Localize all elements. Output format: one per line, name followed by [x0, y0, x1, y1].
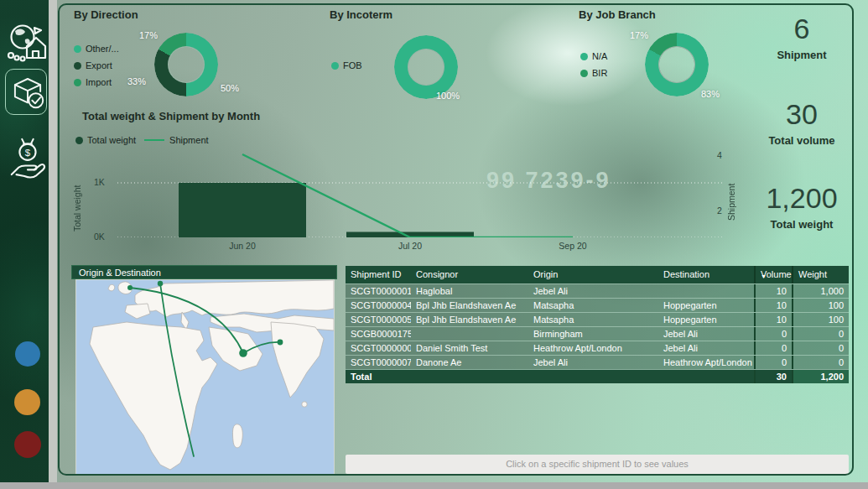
col-header-weight[interactable]: Weight: [792, 266, 849, 284]
orange-dot[interactable]: [14, 389, 40, 415]
legend-label: Export: [86, 60, 112, 70]
window-bottom-strip: [0, 482, 868, 489]
donut-hole: [408, 49, 444, 86]
legend-dot: [75, 137, 83, 144]
col-header-destination[interactable]: Destination: [658, 266, 754, 284]
sort-descending-icon: ▼: [761, 268, 767, 284]
table-total-row: Total 30 1,200: [346, 369, 849, 383]
direction-chart-title: By Direction: [74, 8, 138, 21]
col-header-consignor[interactable]: Consignor: [411, 266, 528, 284]
red-dot[interactable]: [14, 431, 41, 458]
table-row[interactable]: SCGB00001758BirminghamJebel Ali00: [346, 326, 849, 341]
table-cell: Danone Ae: [411, 356, 528, 369]
table-header: Shipment ID Consignor Origin Destination…: [346, 266, 849, 284]
table-cell: 100: [792, 313, 849, 326]
legend-item[interactable]: Total weight Shipment: [75, 132, 209, 148]
table-body: SCGT00000018HaglobalJebel Ali101,000SCGT…: [346, 284, 849, 369]
pct-callout: 83%: [701, 89, 720, 99]
table-cell: 0: [754, 356, 792, 369]
table-cell: 10: [754, 284, 792, 298]
table-cell: 10: [754, 299, 792, 312]
instruction-caption: Click on a specific shipment ID to see v…: [346, 455, 849, 474]
x-tick: Jun 20: [217, 241, 268, 251]
table-cell: 0: [754, 327, 792, 341]
legend-dot: [580, 53, 588, 60]
table-cell: [658, 284, 754, 298]
combo-plot-area[interactable]: [117, 151, 724, 237]
pct-callout: 33%: [127, 76, 146, 86]
globe-home-icon[interactable]: [7, 21, 49, 68]
table-cell: 0: [754, 341, 792, 355]
table-row[interactable]: SCGT00000041Bpl Jhb Elandshaven AeMatsap…: [346, 298, 849, 312]
table-cell: Matsapha: [528, 313, 658, 326]
legend-item[interactable]: BIR: [580, 65, 607, 81]
svg-text:$: $: [25, 148, 31, 158]
col-header-shipment-id[interactable]: Shipment ID: [346, 266, 411, 284]
legend-item[interactable]: Other/...: [74, 40, 119, 57]
y1-tick: 1K: [94, 177, 105, 187]
table-cell: 100: [792, 299, 849, 312]
x-tick: Jul 20: [385, 241, 435, 251]
direction-legend: Other/... Export Import: [74, 40, 119, 91]
shipment-table: Shipment ID Consignor Origin Destination…: [346, 266, 849, 383]
kpi-value: 30: [745, 99, 859, 129]
table-cell: SCGB00001758: [346, 327, 411, 341]
origin-destination-map[interactable]: [75, 279, 335, 475]
donut-hole: [658, 46, 695, 83]
legend-dot: [74, 45, 81, 53]
table-row[interactable]: SCGT00000054Bpl Jhb Elandshaven AeMatsap…: [346, 312, 849, 326]
report-canvas: 99 7239-9 By Direction Other/... Export …: [57, 0, 868, 482]
package-check-icon[interactable]: [8, 72, 48, 112]
kpi-label: Total volume: [745, 134, 859, 147]
money-hand-icon[interactable]: $: [7, 131, 47, 183]
pct-callout: 100%: [436, 91, 460, 101]
col-header-volume[interactable]: Volume▼: [754, 266, 792, 284]
total-weight: 1,200: [792, 370, 849, 383]
combo-legend: Total weight Shipment: [75, 132, 209, 148]
total-label: Total: [346, 370, 411, 383]
kpi-label: Total weight: [745, 218, 859, 231]
table-cell: SCGT00000054: [346, 313, 411, 326]
table-row[interactable]: SCGT00000071Danone AeJebel AliHeathrow A…: [346, 355, 849, 369]
table-cell: 10: [754, 313, 792, 326]
table-cell: Jebel Ali: [658, 327, 754, 341]
table-cell: Heathrow Apt/London: [658, 356, 754, 369]
y2-axis-title: Shipment: [726, 170, 736, 221]
jobbranch-donut[interactable]: [645, 33, 709, 96]
table-cell: 1,000: [792, 284, 849, 298]
table-cell: [411, 327, 528, 341]
table-row[interactable]: SCGT00000018HaglobalJebel Ali101,000: [346, 284, 849, 298]
legend-item[interactable]: Import: [74, 74, 119, 91]
kpi-label: Shipment: [745, 49, 859, 61]
y1-tick: 0K: [94, 231, 105, 242]
combo-chart-title: Total weight & Shipment by Month: [82, 110, 260, 122]
incoterm-donut[interactable]: [394, 35, 458, 99]
map-panel-title: Origin & Destination: [71, 265, 337, 279]
table-cell: Jebel Ali: [528, 284, 658, 298]
jobbranch-legend: N/A BIR: [580, 48, 607, 81]
legend-item[interactable]: Export: [74, 57, 119, 74]
table-cell: 0: [792, 341, 849, 355]
legend-item[interactable]: N/A: [580, 48, 607, 65]
legend-dot: [74, 62, 81, 70]
direction-donut[interactable]: [154, 33, 218, 96]
col-header-origin[interactable]: Origin: [528, 266, 658, 284]
legend-label: Shipment: [169, 135, 208, 145]
table-cell: Matsapha: [528, 299, 658, 312]
legend-label: N/A: [592, 51, 607, 61]
pct-callout: 50%: [221, 83, 239, 93]
jobbranch-chart-title: By Job Branch: [579, 8, 656, 21]
legend-label: Import: [86, 77, 112, 87]
dashboard-root: $ 99 7239-9 By Direction Other/... Expor…: [0, 0, 868, 489]
legend-item[interactable]: FOB: [331, 57, 362, 74]
legend-dot: [580, 70, 588, 77]
blue-dot[interactable]: [15, 341, 40, 367]
table-cell: Hoppegarten: [658, 299, 754, 312]
y1-axis-title: Total weight: [72, 164, 82, 231]
table-cell: Jebel Ali: [528, 356, 658, 369]
table-row[interactable]: SCGT00000007Daniel Smith TestHeathrow Ap…: [346, 341, 849, 355]
table-cell: SCGT00000071: [346, 356, 411, 369]
line-swatch: [144, 139, 164, 141]
legend-dot: [331, 62, 339, 70]
table-cell: 0: [792, 327, 849, 341]
